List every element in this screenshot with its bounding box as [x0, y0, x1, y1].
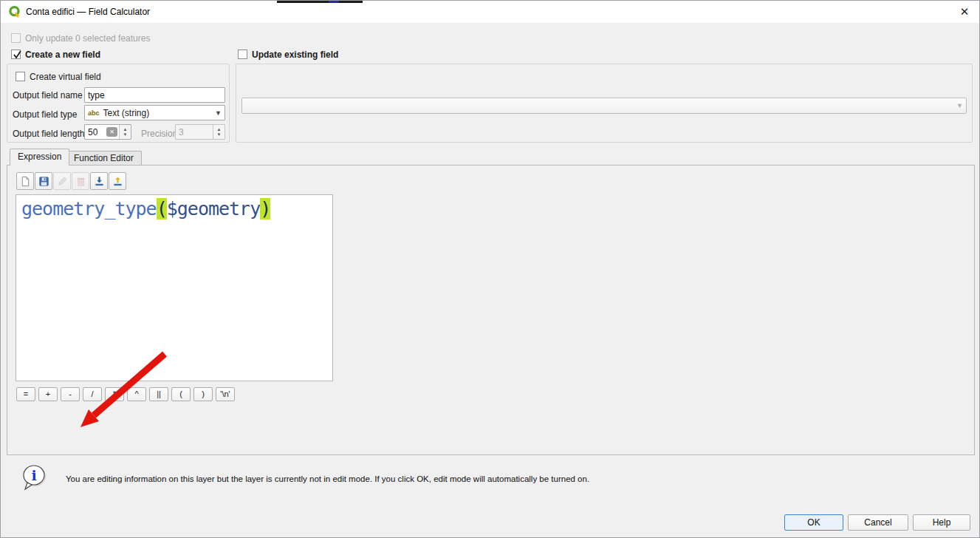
background-app-sliver	[277, 1, 363, 3]
pencil-icon	[57, 176, 68, 187]
edit-mode-message: You are editing information on this laye…	[66, 474, 627, 483]
new-expression-button[interactable]	[16, 172, 34, 190]
close-icon[interactable]: ✕	[953, 4, 976, 20]
spinner-arrows-icon[interactable]: ▲▼	[119, 125, 131, 139]
output-field-length-label: Output field length	[13, 129, 84, 139]
operator-button[interactable]: -	[61, 387, 80, 401]
operator-button[interactable]: ||	[149, 387, 168, 401]
qgis-logo-icon	[8, 5, 21, 18]
expression-editor[interactable]: geometry_type($geometry)	[16, 194, 333, 381]
help-button[interactable]: Help	[913, 514, 970, 531]
create-virtual-field-checkbox[interactable]: Create virtual field	[16, 72, 101, 82]
export-up-arrow-icon	[112, 176, 123, 187]
precision-label: Precision	[141, 129, 177, 139]
operator-button[interactable]: '\n'	[216, 387, 235, 401]
operator-button[interactable]: *	[105, 387, 124, 401]
output-field-name-label: Output field name	[13, 90, 83, 101]
new-file-icon	[20, 176, 31, 187]
operator-button[interactable]: +	[38, 387, 58, 401]
create-new-field-checkbox[interactable]: Create a new field	[11, 50, 100, 60]
expression-toolbar	[16, 172, 126, 190]
checkbox-icon	[238, 50, 247, 59]
ok-button[interactable]: OK	[784, 514, 843, 531]
operator-row: =+-/*^||()'\n'	[16, 387, 235, 401]
import-expression-button[interactable]	[90, 172, 108, 190]
operator-button[interactable]: =	[16, 387, 35, 401]
checkbox-checked-icon	[11, 50, 21, 59]
chevron-down-icon: ▼	[956, 102, 963, 109]
checkbox-icon	[11, 33, 21, 43]
expression-function-text: geometry_type	[21, 198, 157, 219]
title-bar: Conta edifici — Field Calculator ✕	[1, 1, 979, 23]
expression-variable-text: $geometry	[167, 198, 260, 219]
save-expression-button[interactable]	[35, 172, 52, 190]
delete-expression-button	[72, 172, 89, 190]
chevron-down-icon: ▼	[215, 109, 222, 117]
operator-button[interactable]: /	[83, 387, 102, 401]
spinner-arrows-icon: ▲▼	[213, 125, 225, 139]
output-field-length-spinner[interactable]: 50 ✕ ▲▼	[84, 124, 131, 140]
export-expression-button[interactable]	[109, 172, 126, 190]
only-update-selected-checkbox: Only update 0 selected features	[11, 33, 150, 44]
checkbox-icon	[16, 72, 25, 81]
operator-button[interactable]: )	[193, 387, 213, 401]
text-type-icon: abc	[88, 109, 100, 117]
tab-function-editor[interactable]: Function Editor	[66, 151, 142, 166]
output-field-type-combo[interactable]: abc Text (string) ▼	[84, 105, 225, 120]
expression-open-paren: (	[157, 198, 167, 219]
expression-close-paren: )	[260, 198, 270, 219]
svg-text:i: i	[31, 467, 36, 483]
existing-field-combo: ▼	[241, 98, 967, 114]
save-icon	[38, 176, 49, 187]
operator-button[interactable]: ^	[127, 387, 146, 401]
trash-icon	[75, 176, 86, 187]
tab-expression[interactable]: Expression	[10, 149, 69, 166]
field-calculator-dialog: Conta edifici — Field Calculator ✕ Only …	[0, 0, 980, 538]
import-down-arrow-icon	[94, 176, 105, 187]
output-field-name-input[interactable]	[84, 87, 225, 103]
update-existing-field-checkbox[interactable]: Update existing field	[238, 50, 338, 60]
operator-button[interactable]: (	[171, 387, 191, 401]
output-field-type-value: Text (string)	[103, 108, 150, 118]
output-field-type-label: Output field type	[13, 109, 77, 120]
edit-expression-button	[53, 172, 71, 190]
cancel-button[interactable]: Cancel	[848, 514, 908, 531]
window-title: Conta edifici — Field Calculator	[26, 7, 150, 17]
clear-icon[interactable]: ✕	[106, 127, 117, 137]
info-icon: i	[20, 464, 49, 494]
precision-spinner: 3 ▲▼	[175, 124, 225, 140]
